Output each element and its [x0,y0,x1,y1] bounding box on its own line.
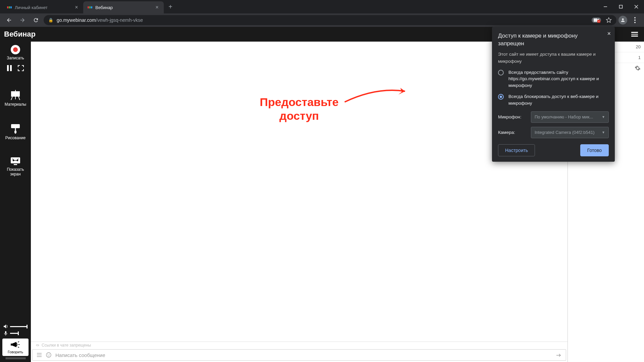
svg-point-40 [49,354,50,355]
pause-icon[interactable] [7,65,12,71]
mic-slider[interactable] [0,330,31,337]
address-bar[interactable]: 🔒 go.mywebinar.com/vewh-jgsq-nemh-vkse × [44,15,616,25]
svg-line-17 [11,97,12,100]
maximize-button[interactable] [613,0,629,13]
record-label: Записать [7,56,24,60]
arrow-icon [343,85,410,105]
megaphone-icon [10,341,20,349]
close-icon[interactable]: × [607,30,611,37]
chrome-menu-button[interactable] [629,14,641,26]
configure-button[interactable]: Настроить [498,144,535,156]
reload-button[interactable] [30,14,42,26]
share-screen-label-2: экран [10,172,20,176]
forward-button[interactable] [17,14,28,26]
page-title: Вебинар [4,30,36,39]
share-screen-label-1: Показать [7,167,24,172]
chat-input[interactable] [53,352,554,358]
mic-select-value: По умолчанию - Набор мик... [535,114,593,119]
chat-input-row [32,349,566,361]
volume-slider[interactable] [0,323,31,330]
browser-tab-strip: Личный кабинет × Вебинар × + [0,0,644,13]
speak-label: Говорить [8,350,23,354]
materials-label: Материалы [5,102,26,107]
radio-icon [498,70,504,75]
svg-rect-28 [14,164,17,165]
easel-icon [10,89,21,101]
main-content: Предоставьте доступ Ссылки в чате запрещ… [31,42,567,362]
svg-point-12 [634,17,636,18]
whiteboard[interactable]: Предоставьте доступ [31,42,567,342]
drawing-button[interactable]: Рисование [0,121,31,142]
radio-allow[interactable]: Всегда предоставлять сайту https://go.my… [498,69,609,89]
svg-rect-29 [5,331,6,334]
favicon-icon [87,5,93,10]
url-path: /vewh-jgsq-nemh-vkse [96,17,143,23]
svg-rect-2 [10,6,12,8]
tab-webinar[interactable]: Вебинар × [83,1,164,13]
lock-icon: 🔒 [48,18,53,22]
camera-select-value: Integrated Camera (04f2:b541) [535,130,595,135]
svg-line-18 [18,97,20,100]
camera-select[interactable]: Integrated Camera (04f2:b541) ▼ [531,127,609,138]
close-icon[interactable]: × [154,4,160,10]
microphone-icon [3,331,8,335]
new-tab-button[interactable]: + [164,0,177,13]
profile-button[interactable] [618,16,627,24]
svg-rect-3 [88,6,89,8]
radio-block[interactable]: Всегда блокировать доступ к веб-камере и… [498,93,609,106]
speak-button[interactable]: Говорить [2,339,29,356]
tab-personal-cabinet[interactable]: Личный кабинет × [3,1,83,13]
chevron-down-icon: ▼ [602,115,605,119]
svg-rect-7 [620,5,623,8]
chat-menu-icon[interactable] [35,353,44,357]
share-screen-button[interactable]: Показать экран [0,155,31,178]
svg-point-11 [622,18,624,20]
close-window-button[interactable] [629,0,644,13]
radio-allow-label: Всегда предоставлять сайту https://go.my… [508,69,609,89]
mic-label: Микрофон: [498,114,527,119]
back-button[interactable] [3,14,15,26]
done-button[interactable]: Готово [580,144,609,156]
svg-point-13 [634,19,636,21]
favicon-icon [7,5,12,10]
star-icon[interactable] [606,17,612,23]
chevron-down-icon: ▼ [602,131,605,134]
send-icon[interactable] [554,353,564,357]
popup-description: Этот сайт не имеет доступа к вашим камер… [498,51,609,65]
record-button[interactable]: Записать [0,44,31,62]
emoji-icon[interactable] [44,352,53,358]
svg-point-24 [17,160,18,161]
svg-point-23 [13,160,14,161]
radio-icon [498,94,504,100]
paint-roller-icon [10,123,21,134]
svg-line-34 [18,347,19,348]
camera-blocked-indicator[interactable]: × [592,17,601,23]
materials-button[interactable]: Материалы [0,88,31,108]
annotation-text: Предоставьте доступ [260,95,339,123]
minimize-button[interactable] [598,0,613,13]
svg-rect-0 [7,6,8,8]
link-icon [36,343,40,347]
audio-level-meter [2,357,29,359]
svg-rect-15 [11,91,20,97]
camera-label: Камера: [498,130,527,135]
svg-rect-31 [11,344,12,346]
permission-popup: × Доступ к камере и микрофону запрещен Э… [492,27,615,162]
svg-rect-10 [594,18,597,22]
tab-title: Личный кабинет [15,5,74,10]
radio-block-label: Всегда блокировать доступ к веб-камере и… [508,93,609,106]
svg-point-14 [634,22,636,23]
speaker-icon [3,324,8,329]
svg-rect-4 [89,6,91,8]
fullscreen-icon[interactable] [18,65,24,71]
left-sidebar: Записать Материалы Рисование [0,42,31,362]
mic-select[interactable]: По умолчанию - Набор мик... ▼ [531,111,609,123]
svg-point-38 [46,353,51,357]
hamburger-menu-button[interactable] [629,30,640,39]
svg-rect-5 [91,6,92,8]
share-screen-icon [10,156,21,166]
browser-toolbar: 🔒 go.mywebinar.com/vewh-jgsq-nemh-vkse × [0,13,644,27]
popup-title: Доступ к камере и микрофону запрещен [498,32,609,48]
url-domain: go.mywebinar.com [57,17,96,23]
close-icon[interactable]: × [74,4,79,10]
